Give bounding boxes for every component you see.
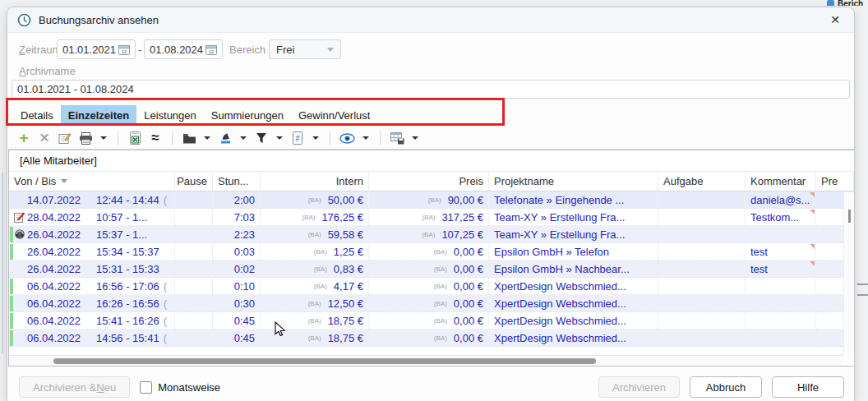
table-row[interactable]: 06.04.202216:56 - 17:06( 0:10 (BA)4,17 €… bbox=[9, 278, 854, 295]
table-row[interactable]: 14.07.202212:44 - 14:44( 2:00 (BA)50,00 … bbox=[9, 191, 854, 209]
cell-von-bis: 26.04.202215:37 - 1... bbox=[9, 226, 175, 243]
cell-kommentar bbox=[746, 312, 816, 330]
table-layout-menu-icon[interactable] bbox=[412, 136, 418, 140]
cell-pause bbox=[175, 295, 213, 312]
open-folder-icon[interactable] bbox=[182, 130, 196, 146]
cell-aufgabe bbox=[658, 295, 746, 312]
column-header-preis[interactable]: Preis bbox=[369, 172, 489, 191]
date-to-input[interactable]: 01.08.2024 12 bbox=[144, 39, 223, 59]
column-header-preis2[interactable]: Pre bbox=[816, 172, 854, 191]
table-row[interactable]: 06.04.202214:56 - 15:41( 0:45 (BA)18,75 … bbox=[9, 330, 854, 347]
edit-note-icon[interactable] bbox=[58, 130, 72, 146]
horizontal-scrollbar-thumb[interactable] bbox=[53, 358, 596, 364]
table-row[interactable]: 06.04.202215:41 - 16:26( 0:45 (BA)18,75 … bbox=[9, 312, 854, 330]
highlight-menu-icon[interactable] bbox=[240, 136, 247, 140]
note-edit-icon bbox=[14, 211, 25, 223]
cell-preis: (BA)0,00 € bbox=[369, 295, 489, 312]
table-row[interactable]: 26.04.202215:31 - 15:33 0:02 (BA)0,83 € … bbox=[9, 260, 854, 278]
cell-aufgabe bbox=[658, 226, 746, 243]
close-icon[interactable]: ✕ bbox=[826, 11, 844, 29]
add-icon[interactable]: + bbox=[16, 130, 31, 146]
column-header-von-bis[interactable]: Von / Bis bbox=[9, 172, 175, 191]
cell-stunden: 0:30 bbox=[213, 295, 261, 312]
tab-details[interactable]: Details bbox=[13, 105, 61, 125]
group-header: [Alle Mitarbeiter] bbox=[9, 150, 854, 172]
column-header-stunden[interactable]: Stun... bbox=[213, 172, 261, 191]
column-header-pause[interactable]: Pause bbox=[175, 172, 213, 191]
tab-summierungen[interactable]: Summierungen bbox=[204, 105, 291, 125]
cell-aufgabe bbox=[658, 209, 746, 226]
cell-kommentar: test bbox=[746, 260, 816, 278]
delete-icon[interactable]: ✕ bbox=[37, 130, 52, 146]
tab-einzelzeiten[interactable]: Einzelzeiten bbox=[61, 105, 136, 125]
toolbar-separator bbox=[172, 131, 173, 145]
dialog-titlebar: Buchungsarchiv ansehen ✕ bbox=[7, 7, 854, 33]
comment-flag-icon bbox=[810, 261, 815, 266]
background-edge-line bbox=[2, 173, 3, 353]
date-range-separator: - bbox=[138, 44, 141, 56]
column-header-intern[interactable]: Intern bbox=[261, 172, 369, 191]
filter-icon[interactable] bbox=[254, 130, 269, 146]
background-fragment-text: Berich bbox=[838, 0, 863, 6]
cell-von-bis: 28.04.202210:57 - 1... bbox=[9, 209, 175, 226]
filter-menu-icon[interactable] bbox=[276, 136, 283, 140]
cell-projektname: XpertDesign Webschmied... bbox=[489, 330, 658, 347]
column-header-aufgabe[interactable]: Aufgabe bbox=[658, 172, 746, 191]
approximate-icon[interactable]: ≈ bbox=[148, 130, 163, 146]
cell-stunden: 0:03 bbox=[213, 243, 261, 260]
numbering-icon[interactable]: # bbox=[290, 130, 305, 146]
print-icon[interactable] bbox=[78, 130, 93, 146]
monatsweise-checkbox[interactable] bbox=[140, 381, 152, 394]
clock-icon bbox=[17, 13, 31, 27]
cell-intern: (BA)1,25 € bbox=[261, 243, 369, 260]
monatsweise-option[interactable]: Monatsweise bbox=[140, 381, 220, 394]
highlight-color-icon[interactable] bbox=[218, 130, 233, 146]
vertical-scrollbar[interactable] bbox=[843, 192, 854, 355]
comment-flag-icon bbox=[810, 210, 815, 214]
calendar-icon[interactable]: 12 bbox=[118, 44, 130, 55]
table-layout-save-icon[interactable] bbox=[390, 130, 404, 146]
numbering-menu-icon[interactable] bbox=[312, 136, 319, 140]
date-from-input[interactable]: 01.01.2021 12 bbox=[57, 39, 136, 59]
buchungsarchiv-dialog: Buchungsarchiv ansehen ✕ Zeitraum 01.01.… bbox=[7, 7, 855, 401]
folder-menu-icon[interactable] bbox=[204, 136, 210, 140]
cell-preis: (BA)0,00 € bbox=[369, 330, 489, 347]
table-row[interactable]: 28.04.202210:57 - 1... 7:03 (BA)176,25 €… bbox=[9, 209, 854, 226]
cell-projektname: Team-XY » Erstellung Fra... bbox=[489, 209, 658, 226]
cell-von-bis: 06.04.202214:56 - 15:41( bbox=[9, 330, 175, 347]
abbruch-button[interactable]: Abbruch bbox=[690, 376, 762, 398]
cell-preis: (BA)0,00 € bbox=[369, 260, 489, 278]
footer-bar: Archivieren & Neu Monatsweise Archiviere… bbox=[7, 372, 855, 401]
archived-marker bbox=[10, 313, 13, 329]
tab-gewinn-verlust[interactable]: Gewinn/Verlust bbox=[291, 105, 377, 125]
archivname-input[interactable]: 01.01.2021 - 01.08.2024 bbox=[12, 80, 850, 99]
column-header-kommentar[interactable]: Kommentar bbox=[746, 172, 816, 191]
archivieren-button[interactable]: Archivieren bbox=[598, 376, 680, 398]
cell-aufgabe bbox=[658, 312, 746, 330]
print-menu-icon[interactable] bbox=[100, 136, 107, 140]
cell-intern: (BA)18,75 € bbox=[261, 330, 369, 347]
hilfe-button[interactable]: Hilfe bbox=[772, 376, 844, 398]
visibility-icon[interactable] bbox=[339, 130, 355, 146]
archivieren-neu-button[interactable]: Archivieren & Neu bbox=[19, 376, 130, 398]
cell-pause bbox=[175, 330, 213, 347]
cell-pause bbox=[175, 243, 213, 260]
column-header-projektname[interactable]: Projektname bbox=[489, 172, 658, 191]
tab-bar: Details Einzelzeiten Leistungen Summieru… bbox=[13, 105, 377, 125]
visibility-menu-icon[interactable] bbox=[362, 136, 369, 140]
horizontal-scrollbar[interactable] bbox=[9, 355, 843, 366]
table-row[interactable]: 06.04.202216:26 - 16:56( 0:30 (BA)12,50 … bbox=[9, 295, 854, 312]
archived-marker bbox=[10, 330, 13, 346]
export-excel-icon[interactable] bbox=[127, 130, 142, 146]
cell-pause bbox=[175, 260, 213, 278]
tab-leistungen[interactable]: Leistungen bbox=[136, 105, 204, 125]
calendar-icon[interactable]: 12 bbox=[205, 44, 217, 55]
background-app-icon bbox=[827, 0, 834, 6]
cell-pause bbox=[175, 278, 213, 295]
bereich-select[interactable]: Frei bbox=[269, 39, 341, 59]
table-row[interactable]: 26.04.202215:34 - 15:37 0:03 (BA)1,25 € … bbox=[9, 243, 854, 260]
vertical-scrollbar-thumb[interactable] bbox=[848, 210, 851, 223]
cell-projektname: XpertDesign Webschmied... bbox=[489, 312, 658, 330]
cell-kommentar: daniela@s... bbox=[746, 191, 816, 209]
table-row[interactable]: 26.04.202215:37 - 1... 2:23 (BA)59,58 € … bbox=[9, 226, 854, 243]
